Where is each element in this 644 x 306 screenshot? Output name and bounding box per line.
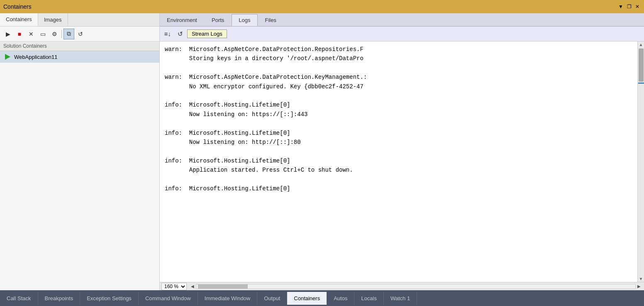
log-line: Now listening on: http://[::]:80 — [165, 138, 632, 147]
start-button[interactable]: ▶ — [2, 29, 13, 39]
log-line: No XML encryptor configured. Key {dbb0ec… — [165, 82, 632, 91]
close-btn[interactable]: ✕ — [634, 3, 641, 10]
log-line: warn: Microsoft.AspNetCore.DataProtectio… — [165, 45, 632, 54]
stop-button[interactable]: ■ — [14, 29, 25, 39]
sidebar: Containers Images ▶ ■ ✕ ▭ ⚙ ⧉ ↺ Solution… — [0, 13, 160, 290]
bottom-tab-watch1[interactable]: Watch 1 — [384, 292, 417, 305]
content-tabs: Environment Ports Logs Files — [160, 13, 644, 27]
scroll-thumb[interactable] — [639, 49, 644, 82]
container-item-label: WebApplication11 — [14, 54, 58, 60]
running-icon — [4, 53, 11, 60]
title-bar-controls: ▼ ❐ ✕ — [617, 3, 641, 10]
log-line: info: Microsoft.Hosting.Lifetime[0] — [165, 156, 632, 165]
settings-button[interactable]: ⚙ — [49, 29, 60, 39]
remove-button[interactable]: ✕ — [26, 29, 37, 39]
scroll-to-end-button[interactable]: ≡↓ — [162, 29, 173, 39]
log-wrapper: warn: Microsoft.AspNetCore.DataProtectio… — [160, 41, 644, 282]
tab-files[interactable]: Files — [258, 14, 283, 26]
vertical-scrollbar[interactable]: ▲ ▼ — [637, 41, 644, 282]
bottom-tab-autos[interactable]: Autos — [327, 292, 354, 305]
scroll-accent — [638, 83, 644, 84]
window-title: Containers — [3, 3, 32, 10]
stream-logs-button[interactable]: Stream Logs — [187, 29, 227, 38]
sidebar-toolbar: ▶ ■ ✕ ▭ ⚙ ⧉ ↺ — [0, 27, 159, 41]
content-toolbar: ≡↓ ↺ Stream Logs — [160, 27, 644, 41]
sidebar-tabs: Containers Images — [0, 13, 159, 27]
main-area: Containers Images ▶ ■ ✕ ▭ ⚙ ⧉ ↺ Solution… — [0, 13, 644, 290]
content-area: Environment Ports Logs Files ≡↓ ↺ Stream… — [160, 13, 644, 290]
refresh-logs-button[interactable]: ↺ — [175, 29, 185, 39]
bottom-tab-immediate-window[interactable]: Immediate Window — [198, 292, 258, 305]
title-bar-left: Containers — [3, 3, 32, 10]
h-scroll-left-arrow[interactable]: ◀ — [189, 283, 196, 290]
h-scroll-thumb[interactable] — [198, 284, 248, 289]
tab-ports[interactable]: Ports — [205, 14, 231, 26]
bottom-tab-output[interactable]: Output — [257, 292, 287, 305]
log-output[interactable]: warn: Microsoft.AspNetCore.DataProtectio… — [160, 41, 637, 282]
log-line — [165, 63, 632, 73]
zoom-selector[interactable]: 160 % 100 % 75 % — [161, 283, 187, 290]
bottom-tab-containers[interactable]: Containers — [287, 292, 327, 305]
refresh-button[interactable]: ↺ — [75, 29, 86, 39]
log-line — [165, 147, 632, 156]
log-line — [165, 91, 632, 100]
bottom-tab-breakpoints[interactable]: Breakpoints — [38, 292, 80, 305]
bottom-tab-exception-settings[interactable]: Exception Settings — [80, 292, 139, 305]
play-triangle-icon — [5, 54, 10, 60]
bottom-tab-command-window[interactable]: Command Window — [139, 292, 198, 305]
log-line: Now listening on: https://[::]:443 — [165, 110, 632, 119]
bottom-tabs: Call Stack Breakpoints Exception Setting… — [0, 290, 644, 306]
sidebar-tab-containers[interactable]: Containers — [0, 13, 38, 26]
log-line: info: Microsoft.Hosting.Lifetime[0] — [165, 100, 632, 109]
bottom-tab-call-stack[interactable]: Call Stack — [0, 292, 38, 305]
h-scroll-right-arrow[interactable]: ▶ — [636, 283, 642, 290]
title-bar: Containers ▼ ❐ ✕ — [0, 0, 644, 13]
bottom-tab-locals[interactable]: Locals — [354, 292, 384, 305]
toolbar-sep — [61, 30, 62, 38]
log-line — [165, 119, 632, 128]
bottom-scroll-bar: 160 % 100 % 75 % ◀ ▶ — [160, 282, 644, 290]
h-scroll-track[interactable] — [196, 284, 636, 289]
tab-logs[interactable]: Logs — [232, 14, 257, 26]
container-item-webapplication11[interactable]: WebApplication11 — [0, 51, 159, 63]
log-line: Storing keys in a directory '/root/.aspn… — [165, 54, 632, 63]
scroll-down-arrow[interactable]: ▼ — [639, 277, 643, 281]
log-line: warn: Microsoft.AspNetCore.DataProtectio… — [165, 73, 632, 82]
scroll-up-arrow[interactable]: ▲ — [639, 42, 643, 47]
dropdown-btn[interactable]: ▼ — [617, 3, 624, 10]
restore-btn[interactable]: ❐ — [626, 3, 632, 10]
zoom-select[interactable]: 160 % 100 % 75 % — [161, 283, 187, 290]
sidebar-tab-images[interactable]: Images — [38, 13, 68, 26]
copy-button[interactable]: ⧉ — [63, 29, 74, 39]
log-line: info: Microsoft.Hosting.Lifetime[0] — [165, 129, 632, 138]
terminal-button[interactable]: ▭ — [37, 29, 48, 39]
log-line: Application started. Press Ctrl+C to shu… — [165, 165, 632, 175]
sidebar-items: WebApplication11 — [0, 51, 159, 290]
tab-environment[interactable]: Environment — [160, 14, 204, 26]
solution-containers-label: Solution Containers — [0, 41, 159, 51]
log-line: info: Microsoft.Hosting.Lifetime[0] — [165, 184, 632, 193]
log-line — [165, 175, 632, 184]
